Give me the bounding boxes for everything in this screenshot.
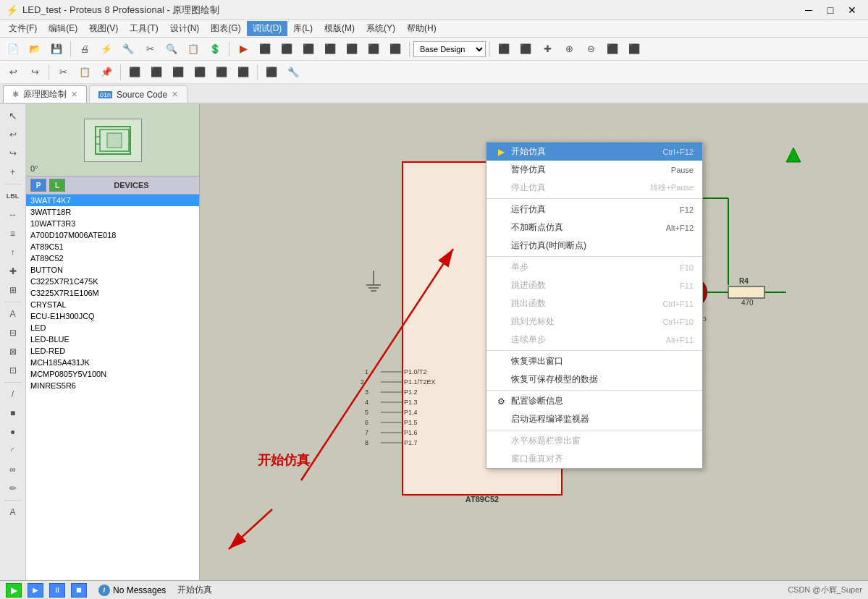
device-item-16[interactable]: MINRES5R6	[26, 380, 199, 391]
tab-schematic[interactable]: ✱ 原理图绘制 ✕	[3, 85, 87, 103]
device-item-4[interactable]: AT89C51	[26, 241, 199, 252]
lt-btn2[interactable]: ↩	[3, 126, 23, 143]
device-item-14[interactable]: MCH185A431JK	[26, 357, 199, 368]
menu-design[interactable]: 设计(N)	[164, 21, 206, 36]
debug-run-button[interactable]: ▶	[233, 40, 253, 59]
save-button[interactable]: 💾	[46, 40, 67, 59]
menu-file[interactable]: 文件(F)	[3, 21, 43, 36]
device-item-10[interactable]: ECU-E1H300JCQ	[26, 310, 199, 322]
menu-debug[interactable]: 调试(D)	[247, 21, 288, 36]
menu-restore-popups[interactable]: 恢复弹出窗口	[486, 352, 702, 370]
lt-btn9[interactable]: ✚	[3, 263, 23, 280]
maximize-button[interactable]: □	[820, 2, 840, 18]
minimize-button[interactable]: ─	[799, 2, 819, 18]
device-item-7[interactable]: C3225X7R1C475K	[26, 276, 199, 287]
tb-btn29[interactable]: ⬛	[261, 63, 282, 82]
tb-special[interactable]: 🔧	[283, 63, 303, 82]
device-item-12[interactable]: LED-BLUE	[26, 334, 199, 345]
tb-btn17[interactable]: ⬛	[385, 40, 405, 59]
menu-help[interactable]: 帮助(H)	[401, 21, 442, 36]
tab-source-code[interactable]: 01n Source Code ✕	[89, 85, 187, 103]
schematic-tab-close[interactable]: ✕	[71, 90, 77, 99]
lt-btn11[interactable]: A	[3, 305, 23, 323]
tb-btn24[interactable]: ⬛	[146, 63, 167, 82]
step-button[interactable]: ▶	[28, 583, 43, 598]
print-button[interactable]: 🖨	[75, 40, 95, 59]
tb-btn26[interactable]: ⬛	[190, 63, 210, 82]
menu-run-sim[interactable]: 运行仿真 F12	[486, 200, 702, 218]
p-button[interactable]: P	[30, 179, 46, 192]
device-item-3[interactable]: A700D107M006ATE018	[26, 229, 199, 241]
lt-btn17[interactable]: ●	[3, 423, 23, 441]
lt-btn14[interactable]: ⊡	[3, 362, 23, 379]
lt-btn6[interactable]: ↔	[3, 206, 23, 224]
tb-btn8[interactable]: 🔍	[161, 40, 182, 59]
device-item-1[interactable]: 3WATT18R	[26, 206, 199, 218]
close-button[interactable]: ✕	[842, 2, 862, 18]
source-tab-close[interactable]: ✕	[172, 90, 178, 99]
menu-pause-sim[interactable]: 暂停仿真 Pause	[486, 161, 702, 179]
tb-btn14[interactable]: ⬛	[320, 40, 340, 59]
menu-restore-models[interactable]: 恢复可保存模型的数据	[486, 370, 702, 388]
select-tool[interactable]: ↖	[3, 107, 23, 124]
lt-btn21[interactable]: A	[3, 504, 23, 521]
menu-template[interactable]: 模版(M)	[319, 21, 361, 36]
lt-btn19[interactable]: ∞	[3, 461, 23, 478]
label-tool[interactable]: LBL	[3, 187, 23, 205]
open-button[interactable]: 📂	[25, 40, 45, 59]
lt-btn15[interactable]: /	[3, 386, 23, 403]
design-select[interactable]: Base Design	[413, 41, 486, 57]
tb-btn6[interactable]: 🔧	[118, 40, 138, 59]
lt-btn8[interactable]: ↑	[3, 244, 23, 261]
lt-btn16[interactable]: ■	[3, 404, 23, 422]
menu-no-bp-sim[interactable]: 不加断点仿真 Alt+F12	[486, 218, 702, 237]
stop-button[interactable]: ⏹	[71, 583, 87, 598]
device-item-2[interactable]: 10WATT3R3	[26, 218, 199, 229]
tb-btn10[interactable]: 💲	[205, 40, 225, 59]
device-item-15[interactable]: MCMP0805Y5V100N	[26, 368, 199, 380]
device-item-0[interactable]: 3WATT4K7	[26, 195, 199, 206]
lt-btn10[interactable]: ⊞	[3, 281, 23, 299]
tb-btn21[interactable]: ⬛	[602, 40, 623, 59]
tb-btn13[interactable]: ⬛	[298, 40, 319, 59]
tb-btn15[interactable]: ⬛	[342, 40, 362, 59]
devices-list[interactable]: 3WATT4K7 3WATT18R 10WATT3R3 A700D107M006…	[26, 195, 199, 580]
menu-timed-sim[interactable]: 运行仿真(时间断点)	[486, 237, 702, 255]
menu-config-diag[interactable]: ⚙ 配置诊断信息	[486, 392, 702, 410]
tb-btn9[interactable]: 📋	[183, 40, 203, 59]
lt-btn20[interactable]: ✏	[3, 480, 23, 497]
tb-btn27[interactable]: ⬛	[211, 63, 232, 82]
device-item-6[interactable]: BUTTON	[26, 264, 199, 276]
menu-start-sim[interactable]: ▶ 开始仿真 Ctrl+F12	[486, 143, 702, 161]
tb-btn12[interactable]: ⬛	[277, 40, 297, 59]
device-item-11[interactable]: LED	[26, 322, 199, 334]
menu-edit[interactable]: 编辑(E)	[43, 21, 83, 36]
lt-btn18[interactable]: ◜	[3, 442, 23, 459]
device-item-13[interactable]: LED-RED	[26, 345, 199, 357]
new-button[interactable]: 📄	[3, 40, 23, 59]
tb-btn11[interactable]: ⬛	[255, 40, 275, 59]
menu-library[interactable]: 库(L)	[287, 21, 319, 36]
tb-btn22[interactable]: ⬛	[624, 40, 644, 59]
lt-btn4[interactable]: +	[3, 163, 23, 181]
paste-button[interactable]: 📌	[96, 63, 117, 82]
zoom-out-button[interactable]: ⊖	[581, 40, 601, 59]
lt-btn3[interactable]: ↪	[3, 145, 23, 162]
menu-tools[interactable]: 工具(T)	[124, 21, 164, 36]
l-button[interactable]: L	[49, 179, 65, 192]
tb-btn28[interactable]: ⬛	[233, 63, 253, 82]
tb-btn18[interactable]: ⬛	[494, 40, 514, 59]
play-button[interactable]: ▶	[6, 583, 22, 598]
lt-btn12[interactable]: ⊟	[3, 324, 23, 341]
lt-btn13[interactable]: ⊠	[3, 343, 23, 360]
tb-btn16[interactable]: ⬛	[363, 40, 384, 59]
device-item-5[interactable]: AT89C52	[26, 252, 199, 264]
pause-button[interactable]: ⏸	[49, 583, 65, 598]
undo-button[interactable]: ↩	[3, 63, 23, 82]
menu-graph[interactable]: 图表(G)	[205, 21, 246, 36]
menu-remote-compiler[interactable]: 启动远程编译监视器	[486, 410, 702, 428]
tb-btn5[interactable]: ⚡	[96, 40, 117, 59]
zoom-in-button[interactable]: ⊕	[559, 40, 579, 59]
tb-btn19[interactable]: ⬛	[515, 40, 536, 59]
copy-button[interactable]: 📋	[75, 63, 95, 82]
